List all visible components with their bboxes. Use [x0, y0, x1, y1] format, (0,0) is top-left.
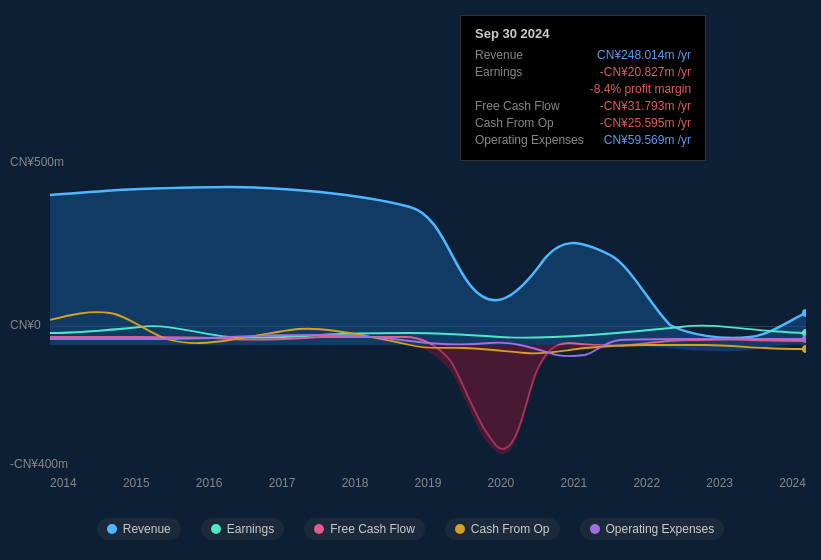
tooltip-row-revenue: Revenue CN¥248.014m /yr [475, 48, 691, 62]
legend-label-cashfromop: Cash From Op [471, 522, 550, 536]
x-label-2018: 2018 [342, 476, 369, 490]
legend-label-opex: Operating Expenses [606, 522, 715, 536]
x-axis: 2014 2015 2016 2017 2018 2019 2020 2021 … [50, 476, 806, 490]
tooltip-label-fcf: Free Cash Flow [475, 99, 560, 113]
x-label-2014: 2014 [50, 476, 77, 490]
svg-point-3 [802, 345, 806, 353]
legend-label-revenue: Revenue [123, 522, 171, 536]
x-label-2019: 2019 [415, 476, 442, 490]
chart-svg [50, 165, 806, 475]
tooltip-box: Sep 30 2024 Revenue CN¥248.014m /yr Earn… [460, 15, 706, 161]
tooltip-label-cashfromop: Cash From Op [475, 116, 554, 130]
tooltip-label-revenue: Revenue [475, 48, 523, 62]
x-label-2023: 2023 [706, 476, 733, 490]
legend-label-earnings: Earnings [227, 522, 274, 536]
tooltip-row-earnings: Earnings -CN¥20.827m /yr [475, 65, 691, 79]
tooltip-row-fcf: Free Cash Flow -CN¥31.793m /yr [475, 99, 691, 113]
tooltip-row-profit-margin: -8.4% profit margin [475, 82, 691, 96]
legend-item-fcf[interactable]: Free Cash Flow [304, 518, 425, 540]
tooltip-label-earnings: Earnings [475, 65, 522, 79]
tooltip-row-opex: Operating Expenses CN¥59.569m /yr [475, 133, 691, 147]
legend-dot-opex [590, 524, 600, 534]
legend-item-revenue[interactable]: Revenue [97, 518, 181, 540]
tooltip-value-revenue: CN¥248.014m /yr [597, 48, 691, 62]
chart-container: Sep 30 2024 Revenue CN¥248.014m /yr Earn… [0, 0, 821, 560]
x-label-2022: 2022 [633, 476, 660, 490]
x-label-2016: 2016 [196, 476, 223, 490]
legend-label-fcf: Free Cash Flow [330, 522, 415, 536]
tooltip-value-cashfromop: -CN¥25.595m /yr [600, 116, 691, 130]
legend-dot-fcf [314, 524, 324, 534]
tooltip-label-opex: Operating Expenses [475, 133, 584, 147]
legend-dot-cashfromop [455, 524, 465, 534]
x-label-2017: 2017 [269, 476, 296, 490]
x-label-2024: 2024 [779, 476, 806, 490]
x-label-2020: 2020 [488, 476, 515, 490]
legend-item-cashfromop[interactable]: Cash From Op [445, 518, 560, 540]
tooltip-row-cashfromop: Cash From Op -CN¥25.595m /yr [475, 116, 691, 130]
x-label-2021: 2021 [560, 476, 587, 490]
x-label-2015: 2015 [123, 476, 150, 490]
tooltip-value-opex: CN¥59.569m /yr [604, 133, 691, 147]
tooltip-value-earnings: -CN¥20.827m /yr [600, 65, 691, 79]
y-label-zero: CN¥0 [10, 318, 41, 332]
legend: Revenue Earnings Free Cash Flow Cash Fro… [0, 518, 821, 540]
tooltip-value-profit-margin: -8.4% profit margin [590, 82, 691, 96]
legend-dot-revenue [107, 524, 117, 534]
legend-item-earnings[interactable]: Earnings [201, 518, 284, 540]
legend-dot-earnings [211, 524, 221, 534]
legend-item-opex[interactable]: Operating Expenses [580, 518, 725, 540]
tooltip-value-fcf: -CN¥31.793m /yr [600, 99, 691, 113]
tooltip-title: Sep 30 2024 [475, 26, 691, 41]
